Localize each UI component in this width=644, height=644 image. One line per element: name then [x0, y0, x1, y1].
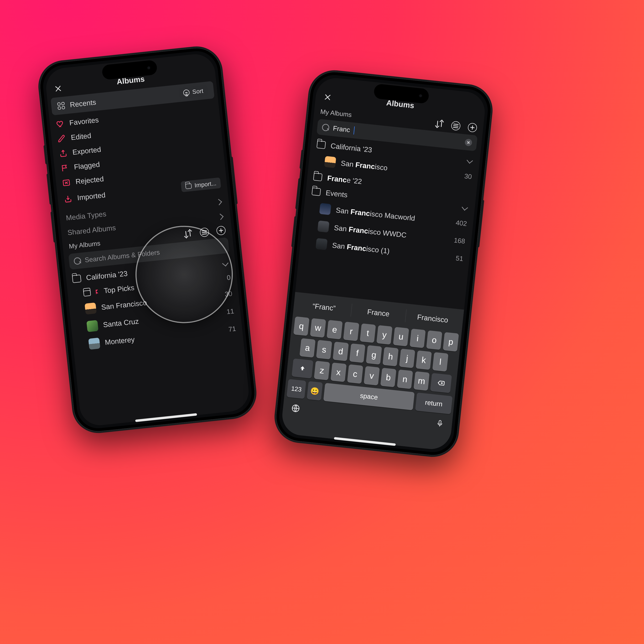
- globe-icon[interactable]: [291, 403, 301, 413]
- filter-icon[interactable]: [199, 227, 209, 237]
- flag-icon: [96, 290, 98, 293]
- key[interactable]: b: [380, 368, 396, 387]
- import-icon: [64, 194, 73, 203]
- key[interactable]: c: [347, 364, 363, 384]
- folder-icon: [312, 187, 321, 196]
- key[interactable]: p: [443, 332, 459, 352]
- album-thumbnail: [88, 338, 100, 350]
- close-icon[interactable]: [53, 83, 63, 94]
- album-thumbnail: [317, 221, 330, 233]
- key[interactable]: a: [299, 338, 316, 358]
- folder-icon: [317, 140, 326, 149]
- search-icon: [73, 257, 81, 265]
- return-key[interactable]: return: [415, 393, 453, 414]
- album-thumbnail: [319, 203, 331, 215]
- album-thumbnail: [85, 302, 97, 315]
- sort-swap-icon[interactable]: [184, 229, 193, 238]
- key[interactable]: n: [397, 369, 413, 389]
- pencil-icon: [57, 134, 66, 143]
- phone-right-mockup: Albums My Albums Franc California '23: [272, 68, 495, 460]
- chevron-right-icon: [216, 199, 222, 205]
- add-icon[interactable]: [216, 226, 226, 236]
- key[interactable]: u: [393, 327, 409, 346]
- album-name: San Francisco: [340, 159, 388, 172]
- delete-key[interactable]: [430, 373, 452, 393]
- sort-swap-icon[interactable]: [435, 120, 444, 129]
- text-cursor: [353, 126, 355, 135]
- chevron-down-icon: [467, 157, 473, 164]
- folder-name: California '23: [86, 270, 128, 282]
- key[interactable]: x: [331, 363, 347, 382]
- key[interactable]: r: [343, 322, 359, 341]
- album-thumbnail: [86, 320, 99, 332]
- suggestion[interactable]: France: [351, 304, 406, 322]
- sort-button[interactable]: Sort: [178, 85, 208, 99]
- album-thumbnail: [316, 238, 328, 250]
- key[interactable]: e: [327, 320, 343, 339]
- clear-icon[interactable]: [465, 139, 473, 146]
- suggestion[interactable]: “Franc”: [296, 298, 351, 316]
- heart-icon: [56, 119, 65, 128]
- mic-icon[interactable]: [436, 419, 444, 428]
- key[interactable]: t: [360, 323, 376, 343]
- folder-icon: [72, 275, 81, 283]
- chevron-down-icon: [222, 260, 229, 266]
- key[interactable]: g: [366, 345, 382, 365]
- chevron-right-icon: [217, 213, 224, 220]
- key[interactable]: f: [349, 343, 365, 363]
- chevron-down-icon: [462, 204, 468, 211]
- grid-icon: [57, 102, 65, 110]
- album-name: San Francisco (1): [332, 241, 390, 255]
- key[interactable]: l: [432, 352, 448, 372]
- numbers-key[interactable]: 123: [286, 379, 306, 399]
- search-icon: [322, 124, 330, 131]
- keyboard: “Franc” France Francisco q w e r t y u i…: [280, 292, 464, 451]
- svg-rect-2: [439, 420, 441, 424]
- search-placeholder: Search Albums & Folders: [84, 249, 160, 264]
- key[interactable]: d: [333, 342, 349, 361]
- close-icon[interactable]: [322, 92, 333, 103]
- key[interactable]: k: [416, 350, 432, 370]
- add-icon[interactable]: [467, 123, 478, 133]
- smart-album-icon: [83, 289, 91, 296]
- key[interactable]: v: [364, 366, 380, 385]
- album-name: San Francisco WWDC: [334, 224, 407, 239]
- key[interactable]: m: [414, 371, 430, 391]
- key[interactable]: o: [426, 330, 442, 350]
- import-button[interactable]: Import...: [181, 177, 221, 192]
- emoji-key[interactable]: 😀: [307, 381, 323, 401]
- key[interactable]: s: [316, 340, 332, 359]
- filter-icon[interactable]: [451, 121, 461, 131]
- folder-icon: [185, 183, 192, 189]
- folder-icon: [313, 173, 322, 181]
- key[interactable]: i: [410, 329, 426, 348]
- phone-left-mockup: Albums Recents Sort Favorites: [36, 44, 259, 436]
- recents-label: Recents: [69, 98, 96, 109]
- album-thumbnail: [324, 156, 336, 168]
- key[interactable]: j: [399, 349, 415, 368]
- search-value: Franc: [332, 125, 350, 134]
- suggestion[interactable]: Francisco: [405, 309, 460, 328]
- key[interactable]: z: [314, 361, 330, 380]
- key[interactable]: w: [310, 318, 326, 338]
- key[interactable]: q: [293, 317, 310, 336]
- key[interactable]: h: [383, 347, 399, 366]
- folder-name: France '22: [327, 174, 362, 186]
- flag-icon: [60, 164, 69, 172]
- reject-icon: [62, 178, 71, 187]
- shift-key[interactable]: [291, 358, 313, 379]
- key[interactable]: y: [376, 325, 393, 345]
- export-icon: [59, 149, 68, 158]
- sort-icon: [183, 89, 190, 96]
